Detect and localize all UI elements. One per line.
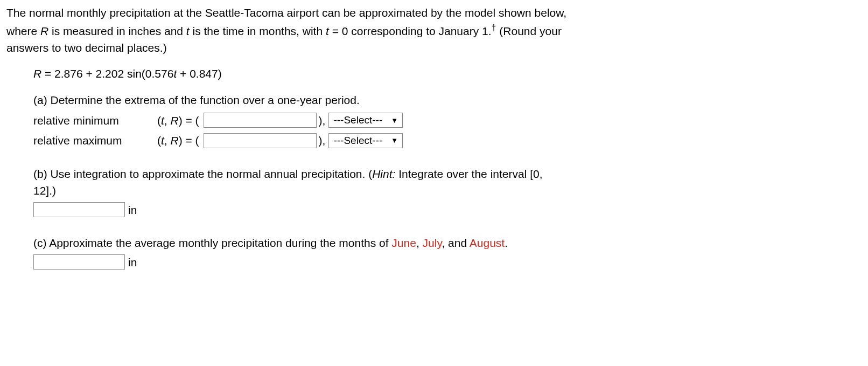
max-select-text: ---Select--- bbox=[333, 133, 382, 149]
min-select-text: ---Select--- bbox=[333, 113, 382, 128]
relative-minimum-row: relative minimum (t, R) = ( ), ---Select… bbox=[33, 112, 862, 129]
model-equation: R = 2.876 + 2.202 sin(0.576t + 0.847) bbox=[33, 65, 862, 82]
intro-text-2a: where bbox=[6, 25, 40, 37]
intro-text-3: answers to two decimal places.) bbox=[6, 42, 167, 54]
july-text: July bbox=[423, 237, 442, 249]
part-c-input[interactable] bbox=[33, 254, 125, 270]
part-b-unit: in bbox=[128, 202, 137, 219]
part-c-answer-row: in bbox=[33, 254, 862, 271]
june-text: June bbox=[391, 237, 416, 249]
part-c-prompt: (c) Approximate the average monthly prec… bbox=[33, 234, 862, 252]
part-b: (b) Use integration to approximate the n… bbox=[33, 165, 862, 219]
tr-pair-max: (t, R) = ( bbox=[157, 132, 199, 149]
part-a-prompt: (a) Determine the extrema of the functio… bbox=[33, 92, 862, 109]
part-b-answer-row: in bbox=[33, 202, 862, 219]
intro-text-1: The normal monthly precipitation at the … bbox=[6, 6, 566, 19]
hint-label: Hint: bbox=[372, 168, 395, 180]
paren-close-min: ), bbox=[319, 112, 326, 129]
min-select[interactable]: ---Select--- ▼ bbox=[328, 113, 403, 128]
eq-rest: = 2.876 + 2.202 sin(0.576 bbox=[41, 67, 173, 80]
part-b-prompt: (b) Use integration to approximate the n… bbox=[33, 165, 862, 199]
hint-text: Integrate over the interval [0, bbox=[395, 168, 542, 180]
max-select[interactable]: ---Select--- ▼ bbox=[328, 133, 403, 148]
chevron-down-icon: ▼ bbox=[391, 115, 398, 126]
chevron-down-icon: ▼ bbox=[391, 135, 398, 146]
relative-maximum-label: relative maximum bbox=[33, 132, 157, 149]
relative-maximum-row: relative maximum (t, R) = ( ), ---Select… bbox=[33, 132, 862, 149]
var-R: R bbox=[40, 25, 48, 37]
max-input[interactable] bbox=[204, 133, 317, 148]
part-c-unit: in bbox=[128, 254, 137, 271]
part-c: (c) Approximate the average monthly prec… bbox=[33, 234, 862, 271]
august-text: August bbox=[470, 237, 505, 249]
paren-close-max: ), bbox=[319, 132, 326, 149]
tr-pair-min: (t, R) = ( bbox=[157, 112, 199, 129]
intro-text-2e: (Round your bbox=[496, 25, 561, 37]
relative-minimum-label: relative minimum bbox=[33, 112, 157, 129]
eq-R: R bbox=[33, 67, 41, 80]
problem-intro: The normal monthly precipitation at the … bbox=[6, 4, 862, 57]
eq-rest2: + 0.847) bbox=[177, 67, 221, 80]
intro-text-2d: = 0 corresponding to January 1. bbox=[329, 25, 492, 37]
part-b-input[interactable] bbox=[33, 202, 125, 217]
intro-text-2c: is the time in months, with bbox=[190, 25, 326, 37]
part-b-prompt-2: 12].) bbox=[33, 184, 56, 197]
min-input[interactable] bbox=[204, 113, 317, 128]
part-a: (a) Determine the extrema of the functio… bbox=[33, 92, 862, 149]
intro-text-2b: is measured in inches and bbox=[48, 25, 186, 37]
